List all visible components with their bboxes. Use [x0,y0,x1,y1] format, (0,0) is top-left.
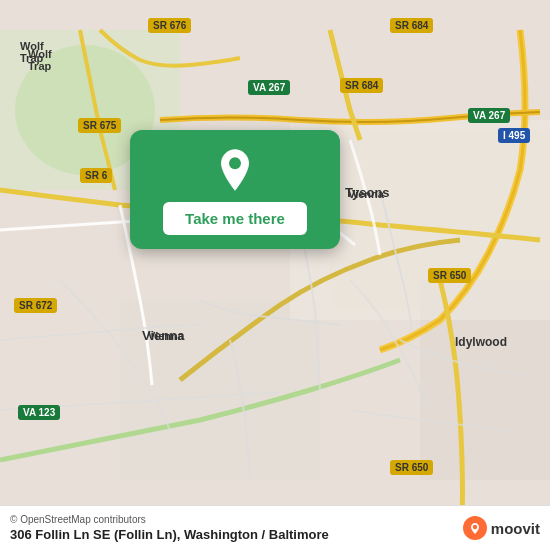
badge-va123: VA 123 [18,405,60,420]
moovit-logo: moovit [463,516,540,540]
moovit-text: moovit [491,520,540,537]
svg-point-6 [229,157,241,169]
map-container: WolfTrap Vienna Vienna SR 676 SR 684 VA … [0,0,550,550]
badge-sr650-right: SR 650 [428,268,471,283]
badge-sr684-mid: SR 684 [340,78,383,93]
region-text: Washington / Baltimore [184,527,329,542]
moovit-icon [463,516,487,540]
badge-sr684-top: SR 684 [390,18,433,33]
bottom-bar: © OpenStreetMap contributors 306 Follin … [0,505,550,550]
address-line: 306 Follin Ln SE (Follin Ln), Washington… [10,527,329,542]
badge-va267-left: VA 267 [248,80,290,95]
badge-sr675: SR 675 [78,118,121,133]
badge-i495: I 495 [498,128,530,143]
badge-sr676: SR 676 [148,18,191,33]
badge-sr672: SR 672 [14,298,57,313]
badge-sr650-bottom: SR 650 [390,460,433,475]
moovit-pin-icon [467,520,483,536]
svg-point-8 [473,525,477,529]
popup-card: Take me there [130,130,340,249]
bottom-left-info: © OpenStreetMap contributors 306 Follin … [10,514,329,542]
badge-sr6: SR 6 [80,168,112,183]
location-pin-icon [213,148,257,192]
badge-va267-right: VA 267 [468,108,510,123]
address-text: 306 Follin Ln SE (Follin Ln), [10,527,180,542]
osm-attribution: © OpenStreetMap contributors [10,514,329,525]
take-me-there-button[interactable]: Take me there [163,202,307,235]
